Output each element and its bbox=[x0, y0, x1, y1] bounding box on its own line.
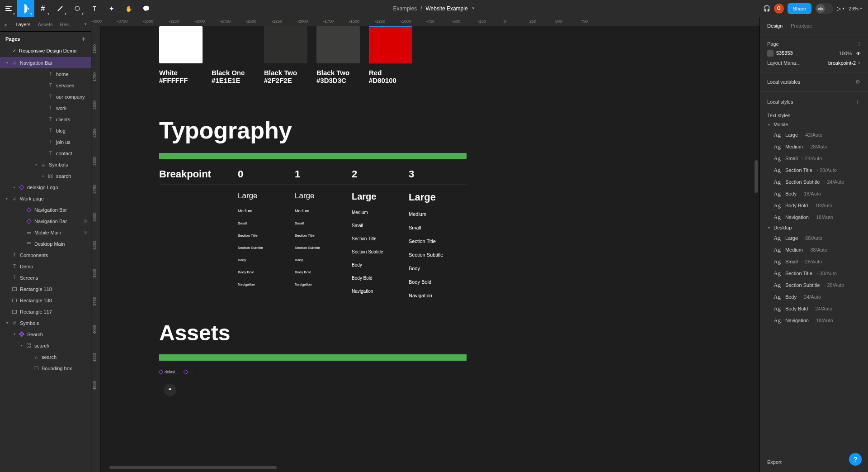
tab-prototype[interactable]: Prototype bbox=[791, 23, 812, 29]
text-tool-button[interactable] bbox=[86, 0, 103, 17]
layer-row[interactable]: clients bbox=[0, 114, 91, 125]
visibility-icon[interactable] bbox=[856, 51, 861, 56]
layer-row[interactable]: blog bbox=[0, 125, 91, 136]
text-style-row[interactable]: AgNavigation · 18/Auto bbox=[760, 211, 868, 223]
frame-tool-button[interactable]: ▼ bbox=[34, 0, 52, 17]
layer-row[interactable]: our company bbox=[0, 91, 91, 102]
layer-row[interactable]: ▼Search bbox=[0, 329, 91, 340]
add-page-button[interactable] bbox=[82, 35, 85, 43]
text-style-row[interactable]: AgMedium · 28/Auto bbox=[760, 141, 868, 153]
page-background[interactable]: 535353 bbox=[767, 50, 793, 57]
resources-button[interactable] bbox=[103, 0, 120, 17]
layer-row[interactable]: Rectangle 138 bbox=[0, 295, 91, 306]
layer-row[interactable]: home bbox=[0, 68, 91, 80]
layer-row[interactable]: ▼Navigation Bar bbox=[0, 57, 91, 68]
layer-row[interactable]: ▸Work page bbox=[0, 193, 91, 204]
audio-icon[interactable] bbox=[763, 5, 770, 12]
text-style-row[interactable]: AgSmall · 28/Auto bbox=[760, 256, 868, 267]
variables-icon[interactable] bbox=[854, 41, 861, 47]
text-style-row[interactable]: AgSection Title · 28/Auto bbox=[760, 164, 868, 176]
layer-row[interactable]: Rectangle 117 bbox=[0, 306, 91, 317]
text-style-row[interactable]: AgLarge · 42/Auto bbox=[760, 129, 868, 141]
twisty-icon[interactable]: ▸ bbox=[5, 197, 9, 200]
hidden-icon[interactable]: ⊘ bbox=[83, 218, 87, 224]
tab-responsive[interactable]: Respon… bbox=[60, 22, 77, 27]
avatar[interactable]: O bbox=[774, 4, 784, 14]
text-style-row[interactable]: AgBody · 18/Auto bbox=[760, 188, 868, 200]
zoom-dropdown[interactable]: 29%▼ bbox=[849, 6, 863, 11]
twisty-icon[interactable]: ▼ bbox=[5, 321, 9, 324]
twisty-icon[interactable]: ▼ bbox=[13, 333, 16, 336]
layer-row[interactable]: Bounding box bbox=[0, 362, 91, 374]
pen-tool-button[interactable]: ▼ bbox=[69, 0, 86, 17]
settings-icon[interactable] bbox=[854, 79, 861, 85]
text-style-row[interactable]: AgNavigation · 18/Auto bbox=[760, 315, 868, 326]
twisty-icon[interactable]: ▸ bbox=[13, 186, 16, 189]
layer-row[interactable]: join us bbox=[0, 136, 91, 148]
layer-row[interactable]: Components bbox=[0, 249, 91, 261]
chevron-down-icon[interactable]: ▼ bbox=[472, 6, 475, 10]
twisty-icon[interactable]: ▸ bbox=[42, 174, 45, 178]
layer-row[interactable]: Navigation Bar bbox=[0, 204, 91, 215]
tab-design[interactable]: Design bbox=[767, 23, 783, 29]
layer-row[interactable]: Navigation Bar⊘ bbox=[0, 215, 91, 227]
move-tool-button[interactable]: ▼ bbox=[17, 0, 34, 17]
text-style-row[interactable]: AgBody Bold · 24/Auto bbox=[760, 303, 868, 315]
layer-row[interactable]: Desktop Main bbox=[0, 238, 91, 249]
layer-row[interactable]: contact bbox=[0, 148, 91, 159]
layout-manager-dropdown[interactable]: breakpoint-2▼ bbox=[828, 60, 861, 66]
horizontal-scrollbar[interactable] bbox=[109, 466, 277, 469]
present-button[interactable]: ▼ bbox=[837, 5, 845, 12]
style-group-header[interactable]: ▼Desktop bbox=[760, 223, 868, 232]
shape-tool-button[interactable]: ▼ bbox=[52, 0, 69, 17]
layer-row[interactable]: work bbox=[0, 102, 91, 114]
breadcrumb-parent[interactable]: Examples bbox=[393, 5, 417, 12]
color-swatch[interactable]: Black Two#2F2F2E bbox=[264, 26, 307, 84]
color-swatch[interactable]: White#FFFFFF bbox=[159, 26, 203, 84]
twisty-icon[interactable]: ▼ bbox=[5, 61, 9, 64]
share-button[interactable]: Share bbox=[788, 3, 811, 14]
color-swatch[interactable]: Red#D80100 bbox=[369, 26, 412, 84]
canvas[interactable]: White#FFFFFFBlack One#1E1E1EBlack Two#2F… bbox=[100, 26, 760, 472]
vertical-scrollbar[interactable] bbox=[755, 160, 758, 193]
text-style-row[interactable]: AgLarge · 68/Auto bbox=[760, 232, 868, 244]
tab-layers[interactable]: Layers bbox=[15, 22, 30, 27]
dev-mode-toggle[interactable] bbox=[815, 3, 833, 14]
layer-row[interactable]: search bbox=[0, 351, 91, 362]
hidden-icon[interactable]: ⊘ bbox=[83, 229, 87, 235]
page-row[interactable]: ✓ Responsive Design Demo bbox=[0, 46, 91, 57]
comment-tool-button[interactable] bbox=[137, 0, 155, 17]
tab-assets[interactable]: Assets bbox=[38, 22, 53, 27]
twisty-icon[interactable]: ▼ bbox=[20, 344, 24, 347]
text-style-row[interactable]: AgBody · 24/Auto bbox=[760, 291, 868, 303]
help-button[interactable]: ? bbox=[849, 453, 862, 466]
text-style-row[interactable]: AgSection Subtitle · 24/Auto bbox=[760, 176, 868, 188]
color-swatch[interactable]: Black One#1E1E1E bbox=[212, 26, 255, 84]
text-style-row[interactable]: AgSection Title · 38/Auto bbox=[760, 267, 868, 279]
page-opacity[interactable]: 100% bbox=[839, 51, 852, 56]
add-style-button[interactable] bbox=[854, 98, 861, 105]
layer-row[interactable]: ▼Symbols bbox=[0, 317, 91, 329]
hand-tool-button[interactable] bbox=[120, 0, 137, 17]
text-style-row[interactable]: AgMedium · 38/Auto bbox=[760, 244, 868, 256]
text-style-row[interactable]: AgSection Subtitle · 28/Auto bbox=[760, 279, 868, 291]
chevron-down-icon[interactable]: ▼ bbox=[84, 22, 87, 26]
layer-row[interactable]: services bbox=[0, 80, 91, 91]
twisty-icon[interactable]: ▼ bbox=[34, 163, 38, 166]
search-icon[interactable]: ⌕ bbox=[4, 22, 8, 27]
layer-row[interactable]: Demo bbox=[0, 261, 91, 272]
asset-tag[interactable]: delasi… bbox=[159, 370, 179, 374]
text-style-row[interactable]: AgBody Bold · 18/Auto bbox=[760, 200, 868, 211]
layer-row[interactable]: Screens bbox=[0, 272, 91, 283]
layer-row[interactable]: ▼Symbols bbox=[0, 159, 91, 170]
style-group-header[interactable]: ▼Mobile bbox=[760, 120, 868, 129]
layer-row[interactable]: Rectangle 118 bbox=[0, 283, 91, 295]
text-style-row[interactable]: AgSmall · 24/Auto bbox=[760, 153, 868, 164]
layer-row[interactable]: ▸delasign Logo bbox=[0, 181, 91, 193]
color-swatch[interactable]: Black Two#3D3D3C bbox=[316, 26, 360, 84]
layer-row[interactable]: ▸search bbox=[0, 170, 91, 181]
breadcrumb-current[interactable]: Website Example bbox=[425, 5, 467, 12]
asset-tag[interactable]: … bbox=[184, 370, 193, 374]
layer-row[interactable]: Mobile Main⊘ bbox=[0, 227, 91, 238]
layer-row[interactable]: ▼search bbox=[0, 340, 91, 351]
